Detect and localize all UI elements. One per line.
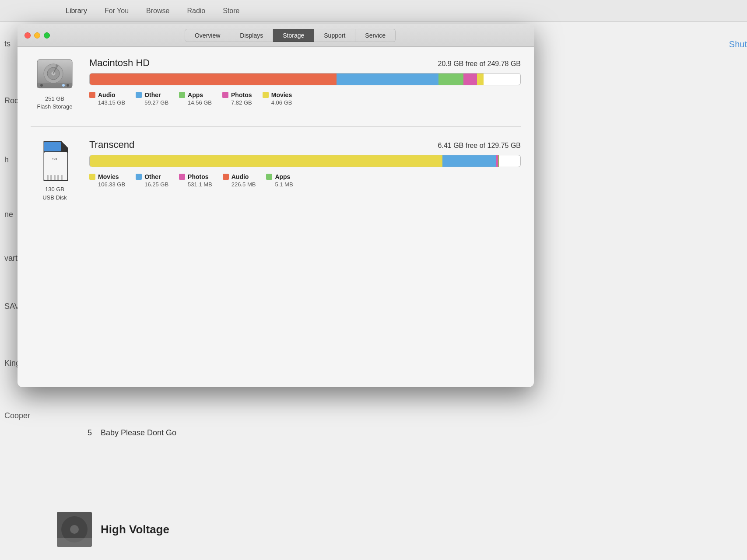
tab-support[interactable]: Support xyxy=(314,29,355,42)
tab-displays[interactable]: Displays xyxy=(230,29,273,42)
movies-color xyxy=(263,92,269,98)
macintosh-hd-detail: Macintosh HD 20.9 GB free of 249.78 GB xyxy=(89,57,521,106)
t-apps-size: 5.1 MB xyxy=(266,181,293,188)
sidebar-label-2: Roc xyxy=(4,96,18,105)
t-legend-movies: Movies 106.33 GB xyxy=(89,173,125,188)
pb-other xyxy=(337,74,438,85)
about-this-mac-dialog: Overview Displays Storage Support Servic… xyxy=(18,24,534,387)
bg-nav-foryou[interactable]: For You xyxy=(105,7,129,15)
minimize-button[interactable] xyxy=(34,32,40,38)
storage-item-macintosh-hd: 251 GB Flash Storage Macintosh HD 20.9 G… xyxy=(31,57,521,111)
t-movies-size: 106.33 GB xyxy=(89,181,125,188)
t-other-size: 16.25 GB xyxy=(136,181,168,188)
transcend-label: 130 GB USB Disk xyxy=(42,186,67,201)
bg-track-row: 5 Baby Please Dont Go xyxy=(88,428,176,438)
bg-nav-store[interactable]: Store xyxy=(223,7,239,15)
svg-rect-19 xyxy=(50,175,52,180)
macintosh-hd-header: Macintosh HD 20.9 GB free of 249.78 GB xyxy=(89,57,521,69)
transcend-icon-wrap: SD 130 GB USB Disk xyxy=(31,139,79,201)
transcend-progress xyxy=(89,155,521,167)
bg-nav-radio[interactable]: Radio xyxy=(187,7,205,15)
dialog-tabs: Overview Displays Storage Support Servic… xyxy=(53,29,527,42)
sidebar-label-5: vart xyxy=(4,254,18,263)
svg-text:SD: SD xyxy=(52,157,57,161)
svg-point-2 xyxy=(70,525,79,534)
pb-t-other xyxy=(442,155,496,167)
t-legend-other: Other 16.25 GB xyxy=(136,173,168,188)
tab-service[interactable]: Service xyxy=(355,29,396,42)
bg-track-title: Baby Please Dont Go xyxy=(101,428,176,438)
movies-size: 4.06 GB xyxy=(263,99,292,106)
audio-size: 143.15 GB xyxy=(89,99,125,106)
svg-point-13 xyxy=(62,84,65,87)
audio-color xyxy=(89,92,95,98)
dialog-titlebar: Overview Displays Storage Support Servic… xyxy=(18,24,534,47)
t-legend-photos: Photos 531.1 MB xyxy=(179,173,212,188)
svg-rect-21 xyxy=(57,175,59,180)
tab-storage[interactable]: Storage xyxy=(273,29,314,42)
t-other-color xyxy=(136,174,142,180)
transcend-name: Transcend xyxy=(89,139,134,150)
svg-point-11 xyxy=(40,84,43,87)
pb-audio xyxy=(90,74,337,85)
other-label: Other xyxy=(144,91,161,98)
t-audio-size: 226.5 MB xyxy=(223,181,256,188)
transcend-header: Transcend 6.41 GB free of 129.75 GB xyxy=(89,139,521,150)
macintosh-hd-label: 251 GB Flash Storage xyxy=(37,95,73,111)
t-audio-color xyxy=(223,174,229,180)
svg-rect-3 xyxy=(57,538,92,547)
t-apps-color xyxy=(266,174,272,180)
bg-album-title: High Voltage xyxy=(101,523,169,536)
bg-nav-library[interactable]: Library xyxy=(66,7,87,15)
pb-movies xyxy=(477,74,484,85)
pb-apps xyxy=(438,74,463,85)
legend-apps: Apps 14.56 GB xyxy=(179,91,212,106)
t-movies-label: Movies xyxy=(98,173,119,180)
other-color xyxy=(136,92,142,98)
bg-right-shut: Shut xyxy=(729,39,747,49)
tab-overview[interactable]: Overview xyxy=(185,29,230,42)
t-apps-label: Apps xyxy=(275,173,290,180)
t-legend-apps: Apps 5.1 MB xyxy=(266,173,293,188)
svg-rect-20 xyxy=(54,175,56,180)
t-photos-label: Photos xyxy=(188,173,208,180)
legend-movies: Movies 4.06 GB xyxy=(263,91,292,106)
photos-label: Photos xyxy=(231,91,252,98)
maximize-button[interactable] xyxy=(44,32,50,38)
t-audio-label: Audio xyxy=(231,173,249,180)
hard-drive-icon xyxy=(35,57,74,92)
apps-label: Apps xyxy=(188,91,203,98)
pb-t-movies xyxy=(90,155,442,167)
svg-point-9 xyxy=(56,65,58,67)
sd-card-icon: SD xyxy=(37,139,72,183)
movies-label: Movies xyxy=(271,91,292,98)
photos-size: 7.82 GB xyxy=(222,99,252,106)
pb-photos xyxy=(463,74,477,85)
transcend-free: 6.41 GB free of 129.75 GB xyxy=(438,142,521,150)
sidebar-label-1: ts xyxy=(4,39,11,49)
bg-nav-browse[interactable]: Browse xyxy=(146,7,169,15)
svg-rect-14 xyxy=(44,142,61,151)
audio-label: Audio xyxy=(98,91,116,98)
svg-rect-18 xyxy=(47,175,49,180)
t-photos-color xyxy=(179,174,185,180)
svg-point-12 xyxy=(67,84,69,87)
t-legend-audio: Audio 226.5 MB xyxy=(223,173,256,188)
legend-photos: Photos 7.82 GB xyxy=(222,91,252,106)
dialog-content: 251 GB Flash Storage Macintosh HD 20.9 G… xyxy=(18,47,534,387)
transcend-detail: Transcend 6.41 GB free of 129.75 GB xyxy=(89,139,521,188)
transcend-legend: Movies 106.33 GB Other 16.25 GB xyxy=(89,173,521,188)
macintosh-hd-name: Macintosh HD xyxy=(89,57,150,69)
close-button[interactable] xyxy=(25,32,31,38)
macintosh-hd-legend: Audio 143.15 GB Other 59.27 GB xyxy=(89,91,521,106)
t-other-label: Other xyxy=(144,173,161,180)
apps-size: 14.56 GB xyxy=(179,99,212,106)
bg-album-section: High Voltage xyxy=(57,512,169,547)
apps-color xyxy=(179,92,185,98)
sidebar-label-8: Cooper xyxy=(4,411,30,420)
macintosh-hd-progress xyxy=(89,73,521,85)
storage-divider xyxy=(31,126,521,127)
photos-color xyxy=(222,92,228,98)
t-photos-size: 531.1 MB xyxy=(179,181,212,188)
svg-marker-17 xyxy=(61,141,68,148)
